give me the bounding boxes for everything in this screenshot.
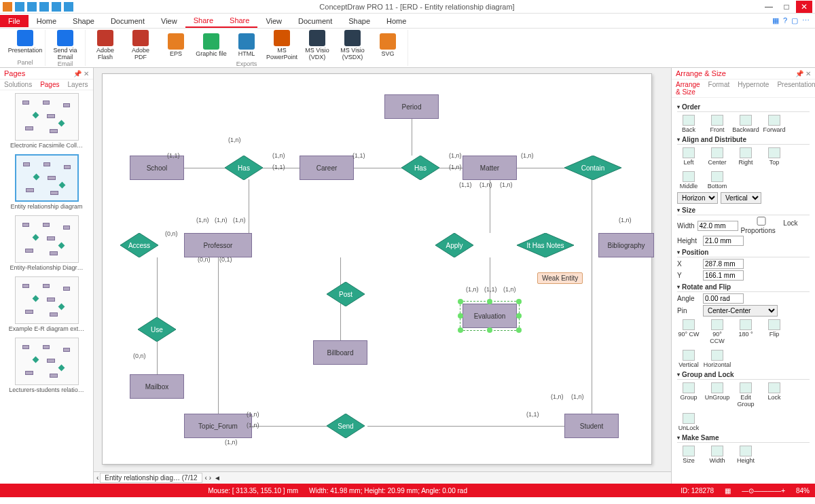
ribbon-btn-eps[interactable]: EPS xyxy=(160,30,192,60)
section-group-and-lock[interactable]: Group and Lock xyxy=(677,371,810,380)
help-icon[interactable]: ? xyxy=(783,16,787,25)
align-middle[interactable]: Middle xyxy=(677,171,700,190)
maximize-button[interactable]: □ xyxy=(778,1,795,13)
entity-matter[interactable]: Matter xyxy=(463,156,517,180)
relation-ithas[interactable]: It Has Notes xyxy=(517,233,574,257)
section-position[interactable]: Position xyxy=(677,249,810,257)
rp-tab-arrange-size[interactable]: Arrange & Size xyxy=(672,79,704,97)
section-align-and-distribute[interactable]: Align and Distribute xyxy=(677,136,810,145)
status-grid-icon[interactable]: ▦ xyxy=(725,487,731,494)
doc-tab[interactable]: Entity relationship diag… (7/12 xyxy=(100,473,202,483)
section-make-same[interactable]: Make Same xyxy=(677,434,810,443)
close-button[interactable]: ✕ xyxy=(796,1,812,13)
page-thumb[interactable]: Entity-Relationship Diagr… xyxy=(3,215,90,271)
ribbon-btn-svg[interactable]: SVG xyxy=(372,30,403,60)
relation-apply[interactable]: Apply xyxy=(435,233,473,257)
rotate-vertical[interactable]: Vertical xyxy=(677,350,700,368)
makesame-width[interactable]: Width xyxy=(706,446,729,464)
pages-tab-pages[interactable]: Pages xyxy=(36,79,63,90)
ribbon-tab-document[interactable]: Document xyxy=(103,15,153,27)
rotate--ccw[interactable]: 90° CCW xyxy=(706,319,729,344)
entity-career[interactable]: Career xyxy=(300,156,354,180)
doc-tab-prev[interactable]: ‹ xyxy=(96,474,98,482)
ribbon-btn-send-via-email[interactable]: Send via Email xyxy=(50,30,81,60)
align-top[interactable]: Top xyxy=(763,147,786,166)
arrange-panel-pin-icon[interactable]: 📌 ✕ xyxy=(795,70,811,77)
page-thumb[interactable]: Lecturers-students relatio… xyxy=(3,338,90,393)
align-center[interactable]: Center xyxy=(706,147,729,166)
page-thumb[interactable]: Entity relationship diagram xyxy=(3,154,90,210)
makesame-height[interactable]: Height xyxy=(734,446,757,464)
entity-school[interactable]: School xyxy=(130,156,184,180)
qat-undo-icon[interactable] xyxy=(27,2,37,12)
qat-redo-icon[interactable] xyxy=(39,2,49,12)
canvas[interactable]: PeriodSchoolCareerMatterProfessorBibliog… xyxy=(94,68,671,471)
entity-professor[interactable]: Professor xyxy=(184,233,252,257)
presentation-mode-icon[interactable]: ▦ xyxy=(772,16,779,25)
relation-has2[interactable]: Has xyxy=(401,156,439,180)
relation-send[interactable]: Send xyxy=(327,414,365,438)
ribbon-tab-home[interactable]: Home xyxy=(378,15,414,27)
relation-contain[interactable]: Contain xyxy=(564,156,621,180)
relation-use[interactable]: Use xyxy=(138,317,176,342)
page-thumb[interactable]: Electronic Facsimile Coll… xyxy=(3,93,90,149)
entity-period[interactable]: Period xyxy=(384,94,439,119)
align-right[interactable]: Right xyxy=(734,147,757,166)
selection-handles[interactable] xyxy=(460,301,520,331)
ribbon-opts-icon[interactable]: ⋯ xyxy=(802,16,810,25)
align-vertical-select[interactable]: Vertical xyxy=(721,192,761,204)
rotate-flip[interactable]: Flip xyxy=(763,319,786,344)
qat-new-icon[interactable] xyxy=(3,2,12,12)
entity-student[interactable]: Student xyxy=(564,414,619,438)
ribbon-btn-graphic-file[interactable]: Graphic file xyxy=(196,30,227,60)
pos-x-input[interactable] xyxy=(703,259,744,269)
group-lock[interactable]: Lock xyxy=(763,382,786,408)
makesame-size[interactable]: Size xyxy=(677,446,700,464)
ribbon-btn-ms-visio-(vsdx)[interactable]: MS Visio (VSDX) xyxy=(337,30,368,60)
rp-tab-presentation[interactable]: Presentation xyxy=(773,79,815,97)
align-bottom[interactable]: Bottom xyxy=(706,171,729,190)
group-group[interactable]: Group xyxy=(677,382,700,408)
qat-preview-icon[interactable] xyxy=(64,2,73,12)
ribbon-tab-shape[interactable]: Shape xyxy=(340,15,378,27)
qat-print-icon[interactable] xyxy=(52,2,61,12)
drawing-page[interactable]: PeriodSchoolCareerMatterProfessorBibliog… xyxy=(102,73,652,465)
ribbon-tab-share[interactable]: Share xyxy=(221,14,257,28)
order-forward[interactable]: Forward xyxy=(763,115,786,133)
ribbon-btn-adobe-flash[interactable]: Adobe Flash xyxy=(90,30,121,60)
rotate-horizontal[interactable]: Horizontal xyxy=(706,350,729,368)
align-horizontal-select[interactable]: Horizontal xyxy=(677,192,718,204)
ribbon-btn-ms-visio-(vdx)[interactable]: MS Visio (VDX) xyxy=(302,30,333,60)
doc-tab-nav[interactable]: ‹ › xyxy=(205,474,211,482)
page-thumb[interactable]: Example E-R diagram ext… xyxy=(3,276,90,332)
ribbon-btn-html[interactable]: HTML xyxy=(231,30,262,60)
order-backward[interactable]: Backward xyxy=(734,115,757,133)
ribbon-tab-shape[interactable]: Shape xyxy=(65,15,103,27)
panel-pin-icon[interactable]: 📌 ✕ xyxy=(73,70,89,77)
relation-post[interactable]: Post xyxy=(327,282,365,306)
relation-access[interactable]: Access xyxy=(120,233,158,257)
section-rotate-and-flip[interactable]: Rotate and Flip xyxy=(677,283,810,292)
hscroll-left-icon[interactable]: ◄ xyxy=(214,474,221,482)
size-height-input[interactable] xyxy=(703,236,744,246)
ribbon-tab-share[interactable]: Share xyxy=(185,14,221,28)
ribbon-btn-presentation[interactable]: Presentation xyxy=(10,30,41,54)
entity-mailbox[interactable]: Mailbox xyxy=(130,374,184,399)
group-unlock[interactable]: UnLock xyxy=(677,413,700,431)
rp-tab-hypernote[interactable]: Hypernote xyxy=(734,79,773,97)
entity-billboard[interactable]: Billboard xyxy=(313,340,367,365)
entity-bibliography[interactable]: Bibliography xyxy=(598,233,654,257)
section-size[interactable]: Size xyxy=(677,206,810,215)
minimize-button[interactable]: ― xyxy=(761,1,777,13)
order-front[interactable]: Front xyxy=(706,115,729,133)
ribbon-tab-view[interactable]: View xyxy=(257,15,290,27)
rotate--cw[interactable]: 90° CW xyxy=(677,319,700,344)
relation-has1[interactable]: Has xyxy=(225,156,263,180)
lock-proportions-checkbox[interactable] xyxy=(741,217,782,226)
ribbon-tab-home[interactable]: Home xyxy=(29,15,65,27)
size-width-input[interactable] xyxy=(698,221,738,231)
group-ungroup[interactable]: UnGroup xyxy=(706,382,729,408)
group-edit-group[interactable]: Edit Group xyxy=(734,382,757,408)
pos-y-input[interactable] xyxy=(703,270,744,281)
ribbon-btn-adobe-pdf[interactable]: Adobe PDF xyxy=(125,30,156,60)
